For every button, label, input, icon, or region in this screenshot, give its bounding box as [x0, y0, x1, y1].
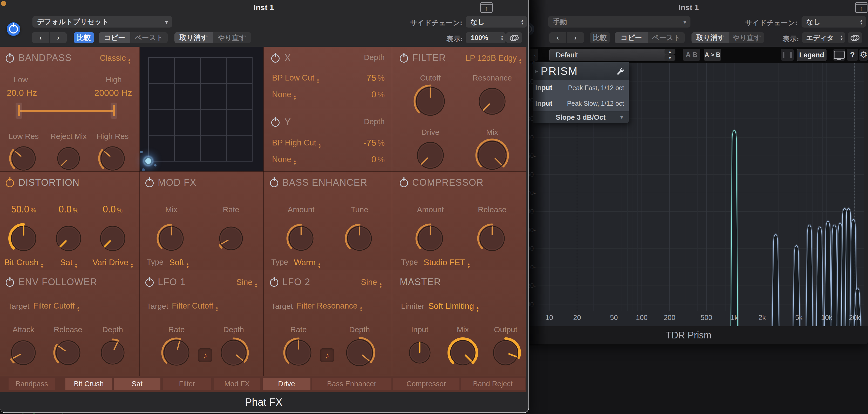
- toggle-compressor[interactable]: Compressor: [393, 378, 459, 390]
- modfx-mix-knob[interactable]: [155, 222, 187, 256]
- undo-button[interactable]: 取り消す: [175, 32, 213, 43]
- lfo1-power-icon[interactable]: [145, 278, 154, 287]
- compare-button[interactable]: 比較: [590, 32, 610, 43]
- env-power-icon[interactable]: [6, 278, 14, 287]
- env-depth-knob[interactable]: [97, 337, 128, 369]
- settings-button[interactable]: ⚙: [859, 49, 868, 61]
- bass-amount-knob[interactable]: [285, 222, 317, 256]
- window-traffic-light[interactable]: [1, 1, 6, 6]
- bitcrush-knob[interactable]: [7, 222, 40, 256]
- preset-dropdown[interactable]: デフォルトプリセット: [32, 16, 172, 28]
- y-depth-2-value[interactable]: 0%: [371, 154, 385, 165]
- bandpass-mode-dropdown[interactable]: Classic: [100, 54, 130, 64]
- toggle-drive[interactable]: Drive: [263, 378, 310, 390]
- toggle-bandpass[interactable]: Bandpass: [8, 378, 55, 390]
- monitor-button[interactable]: [833, 49, 845, 61]
- master-mix-knob[interactable]: [446, 336, 479, 370]
- paste-button[interactable]: ペースト: [130, 32, 168, 43]
- y-target-1-dropdown[interactable]: BP High Cut: [272, 138, 321, 149]
- x-depth-1-value[interactable]: 75%: [367, 73, 385, 83]
- comp-release-knob[interactable]: [476, 222, 508, 256]
- y-depth-1-value[interactable]: -75%: [363, 138, 385, 148]
- bandpass-power-icon[interactable]: [6, 54, 14, 63]
- open-in-window-icon[interactable]: [855, 2, 867, 13]
- preset-up-button[interactable]: ▲: [664, 49, 675, 55]
- varidrive-value[interactable]: 0.0%: [103, 204, 123, 215]
- env-release-knob[interactable]: [52, 336, 84, 370]
- distortion-type1-dropdown[interactable]: Bit Crush: [4, 258, 43, 269]
- distortion-power-icon[interactable]: [6, 179, 14, 187]
- next-preset-button[interactable]: ›: [567, 32, 584, 43]
- sat-value[interactable]: 0.0%: [59, 204, 79, 215]
- lfo1-wave-dropdown[interactable]: Sine: [236, 278, 257, 288]
- cutoff-knob[interactable]: [412, 83, 448, 120]
- limiter-dropdown[interactable]: Soft Limiting: [428, 301, 478, 312]
- comp-amount-knob[interactable]: [414, 222, 447, 256]
- env-target-dropdown[interactable]: Filter Cutoff: [33, 301, 79, 312]
- bandpass-low-handle[interactable]: [16, 102, 22, 119]
- distortion-type3-dropdown[interactable]: Vari Drive: [92, 258, 133, 269]
- lfo1-target-dropdown[interactable]: Filter Cutoff: [172, 301, 218, 312]
- a-to-b-button[interactable]: A > B: [704, 49, 721, 61]
- bandpass-range-slider[interactable]: [19, 110, 114, 112]
- undo-button[interactable]: 取り消す: [691, 32, 730, 43]
- pause-button[interactable]: [781, 49, 794, 61]
- wrench-icon[interactable]: [616, 67, 624, 76]
- distortion-type2-dropdown[interactable]: Sat: [60, 258, 77, 269]
- redo-button[interactable]: やり直す: [730, 32, 764, 43]
- lfo2-depth-knob[interactable]: [342, 335, 377, 371]
- compare-button[interactable]: 比較: [74, 32, 94, 43]
- prism-preset-field[interactable]: Default: [549, 49, 669, 61]
- filter-power-icon[interactable]: [400, 54, 408, 63]
- y-target-2-dropdown[interactable]: None: [272, 155, 296, 166]
- lfo1-depth-knob[interactable]: [217, 336, 250, 371]
- toggle-filter[interactable]: Filter: [163, 378, 211, 390]
- slope-dropdown[interactable]: Slope 3 dB/Oct ▼: [533, 111, 629, 123]
- bandpass-low-value[interactable]: 20.0 Hz: [6, 88, 37, 98]
- low-res-knob[interactable]: [8, 143, 39, 175]
- modfx-rate-knob[interactable]: [215, 223, 247, 255]
- lfo1-rate-knob[interactable]: [160, 336, 193, 371]
- env-attack-knob[interactable]: [7, 336, 39, 370]
- prism-input-row[interactable]: Input Peak Fast, 1/12 oct: [533, 80, 629, 96]
- lfo2-wave-dropdown[interactable]: Sine: [361, 278, 381, 288]
- link-button[interactable]: [506, 32, 522, 43]
- preset-down-button[interactable]: ▼: [664, 55, 675, 61]
- paste-button[interactable]: ペースト: [648, 32, 685, 43]
- prev-preset-button[interactable]: ‹: [32, 32, 49, 43]
- x-depth-2-value[interactable]: 0%: [371, 89, 385, 99]
- help-button[interactable]: ?: [847, 49, 858, 61]
- filter-drive-knob[interactable]: [413, 138, 447, 174]
- collapse-arrow-icon[interactable]: ▸: [535, 68, 538, 75]
- preset-dropdown[interactable]: 手動: [548, 16, 690, 28]
- sidechain-dropdown[interactable]: なし: [466, 16, 527, 28]
- master-output-knob[interactable]: [489, 336, 522, 370]
- resonance-knob[interactable]: [475, 84, 509, 119]
- bass-type-dropdown[interactable]: Warm: [294, 258, 320, 269]
- toggle-bit-crush[interactable]: Bit Crush: [65, 378, 112, 390]
- bass-power-icon[interactable]: [270, 179, 278, 187]
- compressor-power-icon[interactable]: [400, 179, 408, 187]
- plugin-power-button[interactable]: [7, 22, 20, 36]
- bass-tune-knob[interactable]: [343, 222, 376, 256]
- lfo2-sync-note-button[interactable]: ♪: [320, 348, 334, 362]
- toggle-mod-fx[interactable]: Mod FX: [214, 378, 260, 390]
- lfo2-power-icon[interactable]: [270, 278, 278, 287]
- toggle-bass-enhancer[interactable]: Bass Enhancer: [312, 378, 392, 390]
- y-power-icon[interactable]: [271, 118, 280, 127]
- x-target-1-dropdown[interactable]: BP Low Cut: [272, 73, 319, 84]
- bandpass-high-value[interactable]: 20000 Hz: [94, 88, 132, 98]
- x-power-icon[interactable]: [271, 54, 280, 63]
- xy-pad[interactable]: [140, 47, 264, 171]
- legend-button[interactable]: Legend: [797, 49, 827, 61]
- x-target-2-dropdown[interactable]: None: [272, 90, 296, 100]
- lfo2-rate-knob[interactable]: [282, 336, 315, 371]
- link-button[interactable]: [848, 32, 862, 43]
- lfo1-sync-note-button[interactable]: ♪: [198, 348, 212, 362]
- bandpass-high-handle[interactable]: [111, 102, 117, 119]
- copy-button[interactable]: コピー: [99, 32, 130, 43]
- xy-pad-handle[interactable]: [144, 157, 153, 166]
- modfx-power-icon[interactable]: [145, 179, 154, 187]
- copy-button[interactable]: コピー: [615, 32, 648, 43]
- view-mode-dropdown[interactable]: エディタ: [802, 32, 845, 43]
